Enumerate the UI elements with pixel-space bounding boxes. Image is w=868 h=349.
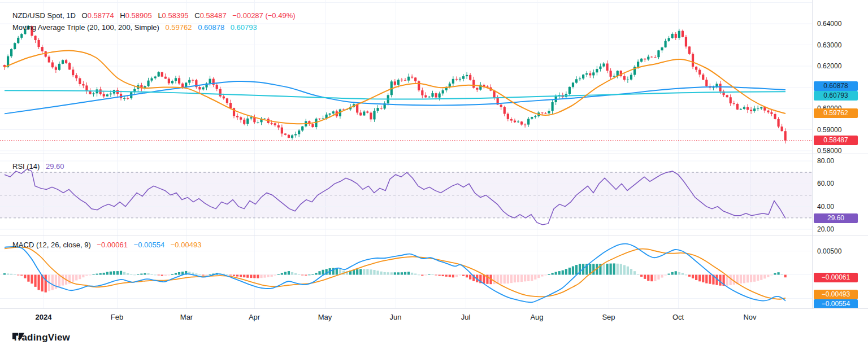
- ma100-value: 0.60878: [198, 23, 224, 32]
- time-axis-label: Mar: [180, 313, 193, 321]
- macd-indicator-title: MACD (12, 26, close, 9): [12, 241, 91, 249]
- last-price-badge: 0.58487: [814, 136, 858, 145]
- symbol-title: NZD/USD Spot, 1D: [12, 11, 76, 20]
- symbol-legend-row[interactable]: NZD/USD Spot, 1D O0.58774 H0.58905 L0.58…: [12, 11, 300, 20]
- time-axis-label: Sep: [602, 313, 615, 321]
- ma20-value: 0.59762: [166, 23, 192, 32]
- high-label: H: [120, 11, 125, 20]
- rsi-badge: 29.60: [814, 213, 858, 223]
- open-value: 0.58774: [88, 11, 114, 20]
- low-value: 0.58395: [162, 11, 189, 20]
- ma200-value: 0.60793: [231, 23, 257, 32]
- rsi-value: 29.60: [46, 162, 64, 171]
- rsi-legend-row[interactable]: RSI (14) 29.60: [12, 162, 68, 171]
- tradingview-logo[interactable]: TradingView: [12, 332, 70, 343]
- time-axis-label: Feb: [111, 313, 123, 321]
- ma-legend-row[interactable]: Moving Average Triple (20, 100, 200, Sim…: [12, 23, 261, 32]
- time-axis-label: May: [318, 313, 332, 321]
- macd-line-value: −0.00554: [134, 241, 165, 249]
- price-scale-badges: 0.608780.607930.597620.5848729.60−0.0006…: [0, 0, 868, 308]
- time-axis-label: 2024: [36, 313, 52, 321]
- rsi-indicator-title: RSI (14): [12, 162, 40, 171]
- close-value: 0.58487: [200, 11, 227, 20]
- ma200-badge: 0.60793: [814, 91, 858, 101]
- ma20-badge: 0.59762: [814, 108, 858, 118]
- time-axis-label: Aug: [530, 313, 543, 321]
- time-axis[interactable]: 2024FebMarAprMayJunJulAugSepOctNov: [0, 309, 868, 326]
- tradingview-chart-window: NZD/USD Spot, 1D O0.58774 H0.58905 L0.58…: [0, 0, 868, 349]
- macd-legend-row[interactable]: MACD (12, 26, close, 9) −0.00061 −0.0055…: [12, 241, 205, 249]
- macd-hist-badge: −0.00061: [814, 273, 858, 282]
- ma-indicator-title: Moving Average Triple (20, 100, 200, Sim…: [12, 23, 159, 32]
- low-label: L: [158, 11, 162, 20]
- time-axis-label: Nov: [743, 313, 756, 321]
- macd-signal-value: −0.00493: [171, 241, 202, 249]
- macd-hist-value: −0.00061: [97, 241, 128, 249]
- tradingview-logo-icon: [12, 332, 24, 340]
- macd-line-badge: −0.00554: [814, 299, 858, 308]
- open-label: O: [82, 11, 88, 20]
- time-axis-label: Jul: [461, 313, 471, 321]
- time-axis-label: Apr: [249, 313, 260, 321]
- ma100-badge: 0.60878: [814, 81, 858, 91]
- macd-signal-badge: −0.00493: [814, 290, 858, 299]
- high-value: 0.58905: [125, 11, 152, 20]
- time-axis-label: Jun: [390, 313, 402, 321]
- change-value: −0.00287 (−0.49%): [232, 11, 295, 20]
- time-axis-label: Oct: [672, 313, 684, 321]
- close-label: C: [194, 11, 199, 20]
